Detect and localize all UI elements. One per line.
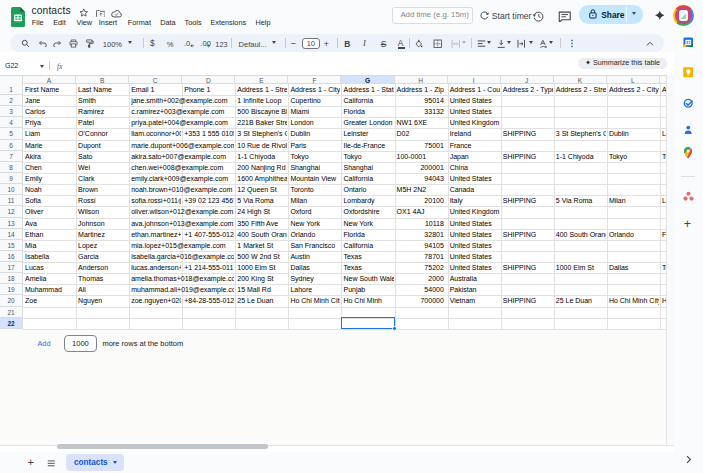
svg-text:31: 31 bbox=[686, 40, 691, 45]
